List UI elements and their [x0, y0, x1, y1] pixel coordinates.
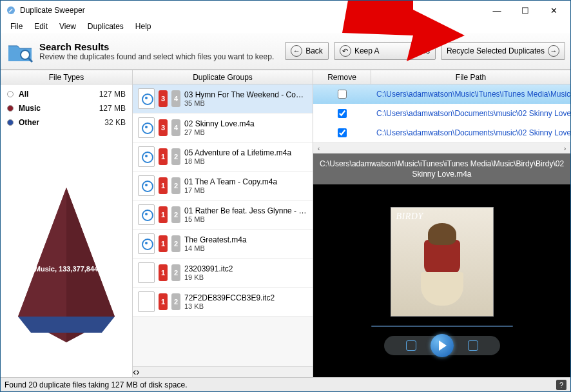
remove-checkbox[interactable]: [338, 90, 347, 99]
file-types-panel: File Types All 127 MB Music 127 MB Other…: [1, 70, 133, 377]
remove-checkbox[interactable]: [338, 109, 347, 118]
group-name: 05 Adventure of a Lifetime.m4a: [184, 148, 307, 157]
window-buttons: — ☐ ✕: [483, 1, 568, 19]
file-row[interactable]: C:\Users\adamwatson\Documents\music\02 S…: [313, 104, 570, 123]
audio-file-icon: [138, 88, 155, 109]
menu-file[interactable]: File: [5, 21, 28, 32]
menu-view[interactable]: View: [53, 21, 82, 32]
duplicate-group-row[interactable]: 3 4 02 Skinny Love.m4a 27 MB: [133, 113, 313, 142]
folder-search-icon: [6, 37, 34, 65]
header: Search Results Review the duplicates fou…: [1, 33, 570, 70]
duplicate-group-row[interactable]: 3 4 03 Hymn For The Weekend - Copy (2 35…: [133, 84, 313, 113]
dup-count-gray: 2: [171, 177, 180, 194]
group-name: 03 Hymn For The Weekend - Copy (2: [184, 90, 307, 99]
menu-duplicates[interactable]: Duplicates: [82, 21, 130, 32]
menu-help[interactable]: Help: [130, 21, 157, 32]
file-path-text: C:\Users\adamwatson\Documents\music\02 S…: [371, 109, 570, 118]
duplicate-group-row[interactable]: 1 2 23203991.itc2 19 KB: [133, 259, 313, 288]
dup-count-gray: 2: [171, 264, 180, 281]
keep-label-b: Files: [414, 46, 430, 55]
duplicate-details-panel: Remove File Path C:\Users\adamwatson\Mus…: [313, 70, 570, 377]
group-name: 02 Skinny Love.m4a: [184, 119, 307, 128]
window-title: Duplicate Sweeper: [20, 6, 483, 15]
filepath-col-head: File Path: [371, 70, 570, 84]
file-type-row[interactable]: All 127 MB: [1, 87, 132, 101]
stop-icon[interactable]: [406, 340, 416, 351]
back-button[interactable]: ← Back: [285, 42, 329, 60]
help-icon[interactable]: ?: [556, 380, 566, 390]
header-subtitle: Review the duplicates found and select w…: [39, 52, 274, 61]
svg-marker-5: [18, 317, 115, 333]
group-size: 18 MB: [184, 157, 307, 165]
pyramid-label: Music, 133,377,844: [35, 265, 99, 273]
file-path-text: C:\Users\adamwatson\Music\iTunes\iTunes …: [371, 90, 570, 99]
file-types-list: All 127 MB Music 127 MB Other 32 KB: [1, 84, 132, 130]
group-name: 01 Rather Be feat. Jess Glynne - Copy: [184, 206, 307, 215]
group-size: 13 KB: [184, 302, 307, 310]
dup-count-gray: 2: [171, 206, 180, 223]
svg-point-1: [21, 50, 30, 59]
files-table: C:\Users\adamwatson\Music\iTunes\iTunes …: [313, 84, 570, 142]
fullscreen-icon[interactable]: [468, 340, 478, 351]
player-controls: [384, 336, 500, 355]
keep-files-button[interactable]: ↶ Keep A Files: [334, 42, 436, 60]
statusbar: Found 20 duplicate files taking 127 MB o…: [1, 377, 570, 391]
back-label: Back: [305, 46, 323, 55]
media-player: BIRDY: [313, 184, 570, 377]
dup-count-red: 3: [159, 90, 168, 107]
duplicate-group-row[interactable]: 1 2 01 Rather Be feat. Jess Glynne - Cop…: [133, 201, 313, 230]
file-type-row[interactable]: Music 127 MB: [1, 101, 132, 115]
dup-count-gray: 2: [171, 148, 180, 165]
file-icon: [138, 291, 155, 312]
recycle-button[interactable]: Recycle Selected Duplicates →: [441, 42, 565, 60]
seek-bar[interactable]: [371, 326, 513, 327]
group-size: 15 MB: [184, 215, 307, 223]
minimize-button[interactable]: —: [483, 1, 511, 19]
audio-file-icon: [138, 175, 155, 196]
remove-col-head: Remove: [313, 70, 371, 84]
album-text: BIRDY: [396, 211, 423, 222]
file-path-text: C:\Users\adamwatson\Documents\music\02 S…: [371, 128, 570, 137]
play-button[interactable]: [431, 334, 454, 357]
app-icon: [6, 5, 16, 15]
group-name: 01 The A Team - Copy.m4a: [184, 177, 307, 186]
duplicate-group-row[interactable]: 1 2 05 Adventure of a Lifetime.m4a 18 MB: [133, 142, 313, 172]
duplicate-group-row[interactable]: 1 2 The Greatest.m4a 14 MB: [133, 230, 313, 259]
audio-file-icon: [138, 146, 155, 167]
header-text: Search Results Review the duplicates fou…: [39, 41, 274, 61]
audio-file-icon: [138, 233, 155, 254]
dup-count-red: 3: [159, 119, 168, 136]
groups-hscrollbar[interactable]: ‹›: [133, 366, 313, 377]
file-row[interactable]: C:\Users\adamwatson\Music\iTunes\iTunes …: [313, 84, 570, 104]
file-type-row[interactable]: Other 32 KB: [1, 115, 132, 130]
clock-left-icon: ↶: [340, 45, 351, 57]
file-type-label: Music: [19, 104, 94, 113]
dup-count-red: 1: [159, 264, 168, 281]
group-size: 27 MB: [184, 128, 307, 136]
file-type-dot-icon: [7, 105, 14, 112]
duplicate-group-row[interactable]: 1 2 01 The A Team - Copy.m4a 17 MB: [133, 172, 313, 201]
files-hscrollbar[interactable]: ‹›: [313, 142, 570, 153]
dup-count-red: 1: [159, 148, 168, 165]
file-row[interactable]: C:\Users\adamwatson\Documents\music\02 S…: [313, 123, 570, 142]
duplicate-groups-list[interactable]: 3 4 03 Hymn For The Weekend - Copy (2 35…: [133, 84, 313, 366]
group-size: 35 MB: [184, 99, 307, 107]
file-type-size: 32 KB: [104, 118, 126, 127]
maximize-button[interactable]: ☐: [511, 1, 539, 19]
dup-count-gray: 4: [171, 90, 180, 107]
dup-count-gray: 4: [171, 119, 180, 136]
file-type-dot-icon: [7, 119, 14, 126]
close-button[interactable]: ✕: [539, 1, 568, 19]
duplicate-group-row[interactable]: 1 2 72F2DE839FCCB3E9.itc2 13 KB: [133, 288, 313, 317]
file-type-label: All: [19, 90, 94, 99]
file-type-size: 127 MB: [99, 90, 126, 99]
group-name: 23203991.itc2: [184, 264, 307, 273]
file-type-dot-icon: [7, 91, 14, 97]
titlebar: Duplicate Sweeper — ☐ ✕: [1, 1, 570, 20]
menu-edit[interactable]: Edit: [28, 21, 53, 32]
album-art: BIRDY: [391, 207, 494, 317]
duplicate-groups-panel: Duplicate Groups 3 4 03 Hymn For The Wee…: [133, 70, 313, 377]
remove-checkbox[interactable]: [338, 128, 347, 137]
group-size: 14 MB: [184, 244, 307, 252]
dup-count-red: 1: [159, 206, 168, 223]
